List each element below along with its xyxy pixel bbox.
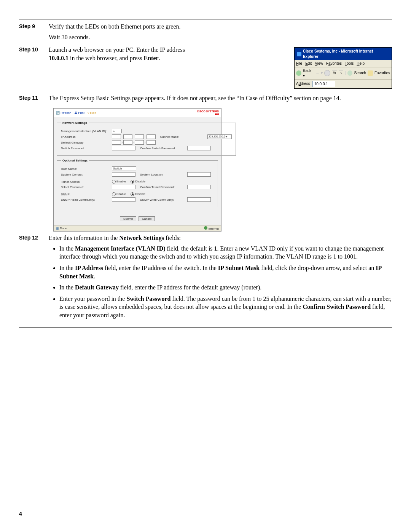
step-9-label: Step 9 [19, 22, 49, 29]
telnet-password-input[interactable] [112, 185, 135, 189]
confirm-telnet-password-label: Confirm Telnet Password: [140, 185, 186, 189]
step-11: Step 11 The Express Setup Basic Settings… [19, 94, 392, 105]
step-9-text-2: Wait 30 seconds. [49, 33, 392, 42]
optional-settings-group: Optional Settings Host Name: Switch Syst… [57, 159, 218, 207]
browser-screenshot: Cisco Systems, Inc - Microsoft Internet … [294, 47, 392, 89]
ip-address-input[interactable]: ... [112, 134, 156, 139]
stop-icon[interactable] [324, 70, 330, 76]
setup-help-link[interactable]: ? Help [88, 111, 96, 115]
gateway-input[interactable]: ... [112, 140, 156, 145]
bullet-2: In the IP Address field, enter the IP ad… [59, 264, 392, 280]
bullet-1: In the Management Interface (VLAN ID) fi… [59, 244, 392, 261]
system-contact-input[interactable] [112, 172, 135, 177]
step-11-label: Step 11 [19, 94, 49, 101]
optional-settings-legend: Optional Settings [61, 159, 89, 162]
confirm-switch-password-input[interactable] [187, 146, 211, 150]
address-input[interactable]: 10.0.0.1 [312, 81, 335, 87]
system-location-input[interactable] [187, 172, 211, 177]
status-internet: Internet [209, 227, 219, 230]
menu-view[interactable]: View [315, 61, 323, 66]
cisco-logo: CISCO SYSTEMS ıılıı ıılıı [197, 110, 219, 115]
gateway-label: Default Gateway: [61, 141, 110, 144]
snmp-write-label: SNMP Write Community: [140, 198, 186, 201]
telnet-enable-radio[interactable]: Enable [112, 180, 126, 184]
snmp-read-input[interactable] [112, 197, 135, 202]
telnet-access-label: Telnet Access: [61, 180, 110, 184]
cancel-button[interactable]: Cancel [139, 216, 155, 221]
menu-edit[interactable]: Edit [305, 61, 312, 66]
browser-addressbar: Address 10.0.0.1 [295, 80, 392, 88]
browser-title-text: Cisco Systems, Inc - Microsoft Internet … [303, 49, 389, 59]
ie-icon [297, 52, 301, 56]
express-setup-screenshot: 🔄 Refresh 🖶 Print ? Help CISCO SYSTEMS ı… [53, 108, 221, 232]
step-12-label: Step 12 [19, 234, 49, 241]
switch-password-input[interactable] [112, 146, 135, 150]
browser-menubar: File Edit View Favorites Tools Help [295, 60, 392, 67]
setup-refresh-link[interactable]: 🔄 Refresh [56, 111, 71, 115]
telnet-password-label: Telnet Password: [61, 185, 110, 189]
snmp-label: SNMP: [61, 193, 110, 196]
step-12-intro: Enter this information in the Network Se… [49, 234, 392, 242]
confirm-telnet-password-input[interactable] [187, 185, 211, 189]
snmp-enable-radio[interactable]: Enable [112, 192, 126, 196]
favorites-icon[interactable] [368, 70, 373, 76]
step-12-bullets: In the Management Interface (VLAN ID) fi… [49, 244, 392, 320]
network-settings-legend: Network Settings [61, 121, 89, 125]
vlan-input[interactable]: 1 [112, 129, 122, 133]
status-done: Done [60, 227, 67, 230]
browser-toolbar: Back ▾ → ▾ ↻ ⌂ | Search Favorites [295, 67, 392, 80]
favorites-button[interactable]: Favorites [374, 70, 390, 76]
snmp-disable-radio[interactable]: Disable [131, 192, 145, 196]
ip-address-label: IP Address: [61, 135, 110, 139]
bullet-4: Enter your password in the Switch Passwo… [59, 295, 392, 320]
snmp-read-label: SNMP Read Community: [61, 198, 110, 201]
host-name-label: Host Name: [61, 167, 110, 171]
address-label: Address [296, 81, 310, 86]
step-9-text-1: Verify that the LEDs on both Ethernet po… [49, 22, 392, 31]
menu-help[interactable]: Help [357, 61, 365, 66]
back-button[interactable]: Back ▾ [303, 68, 314, 78]
step-10-text: Launch a web browser on your PC. Enter t… [49, 46, 193, 62]
snmp-write-input[interactable] [187, 197, 211, 202]
internet-icon [204, 226, 207, 230]
home-icon[interactable]: ⌂ [339, 70, 343, 76]
browser-titlebar: Cisco Systems, Inc - Microsoft Internet … [295, 48, 392, 60]
page-number: 4 [19, 511, 22, 517]
vlan-label: Management Interface (VLAN ID): [61, 129, 110, 133]
system-location-label: System Location: [140, 173, 186, 176]
switch-password-label: Switch Password: [61, 147, 110, 150]
network-settings-group: Network Settings Management Interface (V… [57, 121, 236, 156]
menu-tools[interactable]: Tools [345, 61, 354, 66]
refresh-icon[interactable]: ↻ [332, 70, 337, 76]
telnet-disable-radio[interactable]: Disable [131, 180, 145, 184]
step-11-text: The Express Setup Basic Settings page ap… [49, 94, 392, 102]
step-10: Step 10 Launch a web browser on your PC.… [19, 46, 392, 89]
search-icon[interactable] [347, 70, 353, 76]
step-12: Step 12 Enter this information in the Ne… [19, 234, 392, 322]
back-icon[interactable] [296, 70, 301, 76]
forward-icon: → [315, 70, 319, 76]
setup-print-link[interactable]: 🖶 Print [74, 111, 84, 115]
step-9: Step 9 Verify that the LEDs on both Ethe… [19, 22, 392, 43]
menu-file[interactable]: File [296, 61, 302, 66]
confirm-switch-password-label: Confirm Switch Password: [140, 147, 186, 150]
search-button[interactable]: Search [354, 70, 366, 76]
menu-favorites[interactable]: Favorites [326, 61, 342, 66]
subnet-mask-select[interactable]: 255.255.255.0 ▾ [207, 134, 232, 139]
system-contact-label: System Contact: [61, 173, 110, 176]
subnet-mask-label: Subnet Mask: [160, 135, 206, 139]
status-bar: ▦ Done Internet [54, 225, 221, 231]
bullet-3: In the Default Gateway field, enter the … [59, 283, 392, 292]
step-10-label: Step 10 [19, 46, 49, 53]
host-name-input[interactable]: Switch [112, 166, 136, 171]
submit-button[interactable]: Submit [120, 216, 136, 221]
